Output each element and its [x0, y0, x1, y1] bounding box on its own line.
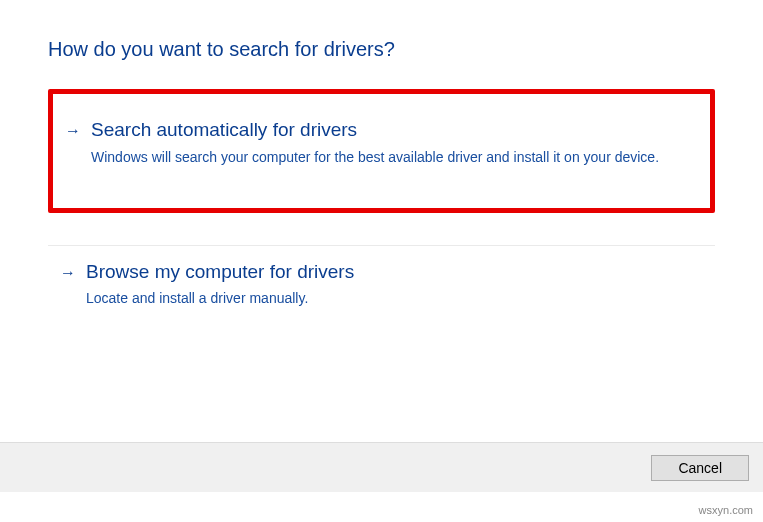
arrow-right-icon: → [65, 122, 81, 140]
option-description: Locate and install a driver manually. [86, 288, 685, 309]
cancel-button[interactable]: Cancel [651, 455, 749, 481]
option-body: Browse my computer for drivers Locate an… [86, 260, 705, 310]
dialog-content: How do you want to search for drivers? →… [0, 0, 763, 323]
option-title: Search automatically for drivers [91, 118, 680, 143]
option-search-automatically[interactable]: → Search automatically for drivers Windo… [48, 89, 715, 213]
dialog-footer: Cancel [0, 442, 763, 492]
arrow-right-icon: → [60, 264, 76, 282]
option-description: Windows will search your computer for th… [91, 147, 680, 168]
watermark: wsxyn.com [699, 504, 753, 516]
option-title: Browse my computer for drivers [86, 260, 685, 285]
option-browse-computer[interactable]: → Browse my computer for drivers Locate … [48, 245, 715, 324]
dialog-title: How do you want to search for drivers? [48, 38, 715, 61]
option-body: Search automatically for drivers Windows… [91, 118, 700, 168]
